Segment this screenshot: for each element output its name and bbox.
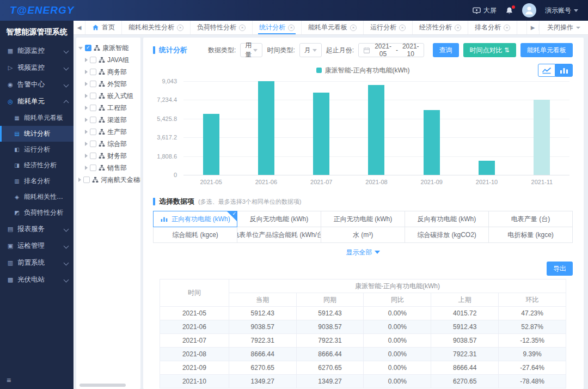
sidebar-collapse-button[interactable]: ≡ [0,375,74,389]
close-icon[interactable]: × [288,25,295,31]
sidebar-item-energy-monitor[interactable]: ▦ 能源监控 [0,42,74,59]
table-row[interactable]: 2021-06 9038.57 9038.57 0.00% 5912.43 52… [160,320,566,334]
checkbox[interactable] [90,105,96,111]
data-item-cell[interactable]: 反向无功电能 (kWh) [237,211,321,227]
sidebar-item-load-characteristic-analysis[interactable]: ◩ 负荷特性分析 [0,205,74,221]
sidebar-item-pv-station[interactable]: ▩ 光伏电站 [0,271,74,288]
tab-能耗相关性分析[interactable]: 能耗相关性分析 × [122,21,191,34]
close-icon[interactable]: × [455,25,461,31]
tree-node-child[interactable]: 综合部 [78,138,138,150]
sidebar-item-energy-unit[interactable]: ◎ 能耗单元 [0,93,74,110]
cell-previous: 4015.72 [431,307,499,320]
tab-排名分析[interactable]: 排名分析 × [468,21,517,34]
tree-node-child[interactable]: 嵌入式组 [78,90,138,102]
checkbox[interactable] [90,93,96,99]
data-item-cell[interactable]: 综合能耗 (kgce) [154,227,237,243]
tree-node-child[interactable]: 商务部 [78,66,138,78]
tab-能耗单元看板[interactable]: 能耗单元看板 × [302,21,364,34]
calendar-icon [363,47,370,54]
query-button[interactable]: 查询 [433,43,459,57]
tab-负荷特性分析[interactable]: 负荷特性分析 × [191,21,253,34]
sidebar-item-energy-unit-board[interactable]: ▦ 能耗单元看板 [0,110,74,126]
time-point-compare-button[interactable]: 时间点对比 ⇅ [463,43,516,57]
data-item-cell[interactable]: 综合碳排放 (kgCO2) [405,227,489,243]
table-row[interactable]: 2021-07 7922.31 7922.31 0.00% 9038.57 -1… [160,334,566,348]
tree-node-child[interactable]: 生产部 [78,126,138,138]
tree-node-child[interactable]: 财务部 [78,150,138,162]
time-type-select[interactable]: 月 [299,43,322,57]
tree-node-child[interactable]: 工程部 [78,102,138,114]
bar-2021-07[interactable]: 2021-07 [313,81,329,175]
tab-统计分析[interactable]: 统计分析 × [253,21,302,34]
close-icon[interactable]: × [177,25,183,31]
tree-node-child[interactable]: 渠道部 [78,114,138,126]
avatar[interactable] [522,3,536,17]
tab-运行分析[interactable]: 运行分析 × [364,21,413,34]
bar-2021-10[interactable]: 2021-10 [479,81,495,175]
tree-node-root[interactable]: 康派智能 [78,42,138,54]
close-icon[interactable]: × [504,25,510,31]
chart-legend[interactable]: 康派智能-正向有功电能(kWh) [153,66,573,75]
sidebar-item-economic-analysis[interactable]: ◨ 经济性分析 [0,157,74,173]
tree-node-child[interactable]: 外贸部 [78,78,138,90]
notifications-button[interactable] [505,7,513,15]
energy-unit-board-button[interactable]: 能耗单元看板 [520,43,573,57]
tab-经济性分析[interactable]: 经济性分析 × [413,21,468,34]
checkbox[interactable] [90,153,96,159]
checkbox[interactable] [90,57,96,63]
month-range-picker[interactable]: 2021-05 - 2021-10 [358,43,424,57]
checkbox[interactable] [90,117,96,123]
sidebar-item-maintenance-management[interactable]: ▣ 运检管理 [0,238,74,254]
close-operations-menu[interactable]: 关闭操作 [539,21,588,34]
data-item-cell[interactable]: 正向无功电能 (kWh) [321,211,405,227]
data-item-cell[interactable]: 反向有功电能 (kWh) [405,211,489,227]
bar-2021-11[interactable]: 2021-11 [534,81,550,175]
sidebar-item-operation-analysis[interactable]: ◧ 运行分析 [0,142,74,157]
checkbox[interactable] [90,141,96,147]
table-row[interactable]: 2021-05 5912.43 5912.43 0.00% 4015.72 47… [160,307,566,320]
sidebar-item-energy-correlation-analysis[interactable]: ◈ 能耗相关性分析 [0,189,74,205]
line-chart-toggle-button[interactable] [538,64,555,77]
table-row[interactable]: 2021-08 8666.44 8666.44 0.00% 7922.31 9.… [160,348,566,361]
data-item-cell[interactable]: 电表产量 (台) [489,211,573,227]
close-icon[interactable]: × [350,25,357,31]
show-all-button[interactable]: 显示全部 [153,248,573,257]
bar-chart-toggle-button[interactable] [555,64,573,77]
checkbox[interactable] [90,69,96,75]
sidebar-item-report-service[interactable]: ▤ 报表服务 [0,221,74,238]
export-button[interactable]: 导出 [547,262,573,276]
close-icon[interactable]: × [239,25,246,31]
sidebar-item-ranking-analysis[interactable]: ▥ 排名分析 [0,173,74,189]
close-icon[interactable]: × [399,25,406,31]
checkbox-checked[interactable] [85,45,91,51]
data-item-cell[interactable]: 正向有功电能 (kWh) [153,211,237,227]
table-row[interactable]: 2021-09 6270.65 6270.65 0.00% 8666.44 -2… [160,361,566,375]
sidebar-item-front-system[interactable]: ▥ 前置系统 [0,254,74,271]
bar-2021-08[interactable]: 2021-08 [368,81,384,175]
checkbox[interactable] [83,177,90,183]
big-screen-button[interactable]: 大屏 [473,6,497,15]
tree-node-child[interactable]: 销售部 [78,162,138,174]
sidebar-item-label: 能耗单元看板 [24,113,69,123]
data-type-select[interactable]: 用量 [240,43,262,57]
checkbox[interactable] [90,129,96,135]
bar-2021-06[interactable]: 2021-06 [258,81,274,175]
sidebar-item-alarm-center[interactable]: ◉ 告警中心 [0,76,74,93]
tree-node-sibling[interactable]: 河南航天金穗电子有 [78,174,138,186]
tab-首页[interactable]: 首页 [85,21,122,34]
checkbox[interactable] [90,81,96,87]
tabs-scroll-right-button[interactable]: ▶ [527,25,539,31]
tree-node-child[interactable]: JAVA组 [78,54,138,66]
bar-2021-05[interactable]: 2021-05 [203,81,219,175]
sidebar-item-statistics-analysis[interactable]: ▤ 统计分析 [0,126,74,142]
tree-horizontal-scrollbar[interactable] [79,384,126,387]
checkbox[interactable] [90,165,96,171]
data-item-cell[interactable]: 电表单位产品综合能耗 (kWh/台) [237,227,321,243]
sidebar-item-video-monitor[interactable]: ▷ 视频监控 [0,59,74,76]
data-item-cell[interactable]: 水 (m³) [321,227,405,243]
bar-2021-09[interactable]: 2021-09 [424,81,440,175]
data-item-cell[interactable]: 电折标量 (kgce) [489,227,573,243]
tabs-scroll-left-button[interactable]: ◀ [74,21,85,34]
table-row[interactable]: 2021-10 1349.27 1349.27 0.00% 6270.65 -7… [160,375,566,388]
account-menu[interactable]: 演示账号 [545,6,578,15]
